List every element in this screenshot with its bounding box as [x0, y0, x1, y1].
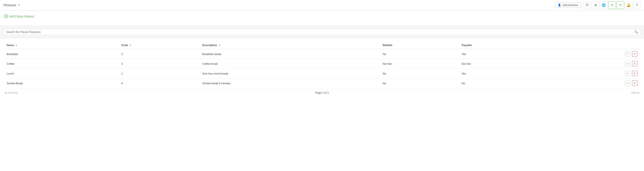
col-actions: [541, 42, 640, 49]
bell-button[interactable]: 🔔: [625, 2, 632, 9]
table-header: Name ▲ ▼ Code ▲ ▼ Description: [4, 42, 640, 49]
cell-payable: Not Set: [459, 59, 541, 69]
col-payable: Payable: [459, 42, 541, 49]
col-description: Description ▲ ▼: [200, 42, 380, 49]
prev-page-button[interactable]: ◄ previous: [4, 91, 18, 94]
col-name: Name ▲ ▼: [4, 42, 119, 49]
refresh-button[interactable]: ↻: [608, 2, 616, 9]
action-cell: ✏ ✕: [541, 78, 640, 88]
description-sort-icons[interactable]: ▲ ▼: [219, 44, 220, 47]
cell-billable: Not Set: [380, 59, 459, 69]
action-cell: ✏ ✕: [541, 49, 640, 59]
cell-description: Coffee break: [200, 59, 380, 69]
admin-button[interactable]: 👤 Administrator: [555, 2, 581, 8]
brand-name: PBXware: [3, 3, 16, 7]
sort-desc-icon: ▼: [16, 46, 17, 47]
cell-code: 3: [119, 59, 200, 69]
add-button-label: Add Pause Reason: [9, 15, 34, 18]
add-pause-reason-button[interactable]: + Add Pause Reason: [4, 14, 34, 19]
edit-button[interactable]: ✏: [625, 71, 630, 76]
clock-icon: ⏱: [586, 3, 589, 7]
table-row: Smoke Break 4 Smoke break 5 minutes No N…: [4, 78, 640, 88]
help-icon: ?: [636, 3, 638, 7]
search-section: 🔍: [0, 26, 644, 38]
search-icon: 🔍: [634, 30, 638, 34]
user-icon: 👤: [558, 4, 561, 7]
pause-reasons-table: Name ▲ ▼ Code ▲ ▼ Description: [4, 42, 640, 88]
edit-button[interactable]: ✏: [625, 51, 630, 57]
support-icon: ⊕: [594, 3, 597, 7]
sort-desc-icon: ▼: [130, 46, 131, 47]
admin-label: Administrator: [562, 4, 578, 7]
action-cell: ✏ ✕: [541, 69, 640, 78]
col-billable: Billable: [380, 42, 459, 49]
bell-icon: 🔔: [626, 3, 631, 7]
help-button[interactable]: ?: [633, 2, 641, 9]
cell-payable: No: [459, 78, 541, 88]
col-code: Code ▲ ▼: [119, 42, 200, 49]
action-cell: ✏ ✕: [541, 59, 640, 69]
navbar-right: 👤 Administrator ⏱ ⊕ 🌐 ↻ ⟳ 🔔 ?: [555, 2, 641, 9]
sync-button[interactable]: ⟳: [617, 2, 624, 9]
cell-description: Breakfast break: [200, 49, 380, 59]
clock-button[interactable]: ⏱: [584, 2, 591, 9]
page-info: Page 1 of 1: [315, 91, 329, 94]
delete-button[interactable]: ✕: [632, 71, 637, 76]
header-row: Name ▲ ▼ Code ▲ ▼ Description: [4, 42, 640, 49]
delete-button[interactable]: ✕: [632, 51, 637, 57]
cell-code: 1: [119, 69, 200, 78]
cell-code: 4: [119, 78, 200, 88]
globe-button[interactable]: 🌐: [600, 2, 608, 9]
table-body: Breakfast 2 Breakfast break No Yes ✏ ✕ C…: [4, 49, 640, 88]
cell-description: One hour lunch break: [200, 69, 380, 78]
globe-icon: 🌐: [602, 3, 606, 7]
table-row: Breakfast 2 Breakfast break No Yes ✏ ✕: [4, 49, 640, 59]
cell-name: Coffee: [4, 59, 119, 69]
sort-desc-icon: ▼: [219, 46, 220, 47]
delete-button[interactable]: ✕: [632, 61, 637, 66]
search-wrapper: 🔍: [3, 29, 641, 35]
refresh-icon: ↻: [611, 3, 614, 7]
cell-payable: Yes: [459, 49, 541, 59]
cell-name: Lunch: [4, 69, 119, 78]
pagination: ◄ previous Page 1 of 1 next ►: [4, 88, 640, 97]
table-row: Coffee 3 Coffee break Not Set Not Set ✏ …: [4, 59, 640, 69]
next-page-button[interactable]: next ►: [631, 91, 640, 94]
name-sort-icons[interactable]: ▲ ▼: [16, 44, 17, 47]
sync-icon: ⟳: [619, 3, 622, 7]
cell-billable: No: [380, 78, 459, 88]
cell-name: Smoke Break: [4, 78, 119, 88]
cell-billable: No: [380, 69, 459, 78]
edit-button[interactable]: ✏: [625, 61, 630, 66]
edit-button[interactable]: ✏: [625, 81, 630, 86]
add-circle-icon: +: [4, 15, 8, 18]
brand-section: PBXware ▼: [3, 3, 555, 7]
cell-name: Breakfast: [4, 49, 119, 59]
table-section: Name ▲ ▼ Code ▲ ▼ Description: [0, 42, 644, 97]
cell-description: Smoke break 5 minutes: [200, 78, 380, 88]
cell-billable: No: [380, 49, 459, 59]
code-sort-icons[interactable]: ▲ ▼: [130, 44, 131, 47]
table-row: Lunch 1 One hour lunch break No Yes ✏ ✕: [4, 69, 640, 78]
cell-code: 2: [119, 49, 200, 59]
brand-chevron[interactable]: ▼: [18, 4, 20, 7]
cell-payable: Yes: [459, 69, 541, 78]
page-content: + Add Pause Reason: [0, 10, 644, 26]
search-input[interactable]: [6, 30, 634, 34]
navbar: PBXware ▼ 👤 Administrator ⏱ ⊕ 🌐 ↻ ⟳ 🔔 ?: [0, 0, 644, 10]
delete-button[interactable]: ✕: [632, 81, 637, 86]
support-button[interactable]: ⊕: [592, 2, 599, 9]
